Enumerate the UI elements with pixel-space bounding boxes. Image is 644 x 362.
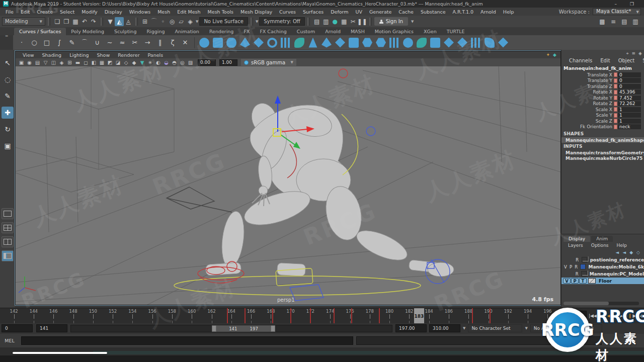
move-tool[interactable]: ✚ [2, 107, 14, 119]
playback-end-field[interactable]: 197.00 [395, 324, 427, 332]
channel-value-field[interactable]: 1 [618, 113, 641, 118]
snap-center-icon[interactable]: ◎ [168, 17, 177, 26]
step-forward-key-icon[interactable]: ▶❙ [625, 310, 631, 322]
animation-end-field[interactable]: 310.00 [429, 324, 460, 332]
viewport-canvas[interactable]: persp1 4.8 fps [16, 66, 560, 305]
fps-dropdown[interactable]: 24 fps [576, 324, 602, 332]
layout-outliner[interactable] [2, 250, 14, 261]
playback-start-field[interactable]: 141 [36, 324, 67, 332]
keyed-channel-indicator[interactable] [614, 96, 617, 100]
layer-row-floor[interactable]: VPTFloor [561, 278, 644, 284]
viewport-menu-show[interactable]: Show [93, 52, 114, 58]
attach-surface-icon[interactable] [471, 38, 481, 48]
layout-two[interactable] [2, 236, 14, 247]
layer-display-type-toggle[interactable]: R [574, 264, 579, 269]
cut-keys-icon[interactable]: ✂ [349, 17, 358, 26]
auto-key-icon[interactable]: ▼ [463, 326, 465, 330]
move-layer-up-icon[interactable]: ◄ [615, 250, 619, 255]
layer-display-type-toggle[interactable]: R [575, 257, 580, 262]
view-transform-dropdown[interactable]: sRGB gamma▼ [241, 59, 296, 66]
snap-viewplane-icon[interactable]: ▱ [177, 17, 186, 26]
range-slider-trough[interactable]: 141 197 [70, 325, 392, 332]
menu-mesh[interactable]: Mesh [154, 9, 174, 15]
loft-icon[interactable] [281, 38, 291, 48]
layer-display-type-toggle[interactable]: T [579, 278, 587, 284]
keyed-channel-indicator[interactable] [614, 107, 617, 112]
gamma-field[interactable]: 1.00 [219, 59, 237, 66]
pin-panel-icon[interactable]: ◆ [553, 52, 556, 57]
paint-select-tool[interactable]: ✎ [2, 90, 14, 102]
nurbs-plane-icon[interactable] [254, 38, 264, 48]
minimize-button[interactable]: – [614, 2, 617, 7]
layer-menu-options[interactable]: Options [588, 243, 612, 248]
layer-row-postioning-reference[interactable]: Rpostioning_reference [561, 256, 644, 263]
shelf-tab-fx[interactable]: FX [238, 28, 255, 35]
menu-a-r-t-1-0[interactable]: A.R.T.1.0 [449, 9, 477, 15]
channel-box-menu-show[interactable]: Show [639, 58, 644, 63]
nurbs-cube-icon[interactable] [213, 38, 223, 48]
pause-icon[interactable]: ❚❚ [358, 17, 367, 26]
shape-node[interactable]: Mannequin:head_fk_animShape [561, 137, 644, 143]
film-gate-icon[interactable]: ▬ [74, 59, 82, 66]
layer-menu-help[interactable]: Help [613, 243, 631, 248]
menu-arnold[interactable]: Arnold [477, 9, 500, 15]
anim-layer-dropdown[interactable]: No Anim Layer [530, 324, 574, 332]
surface-fillet-icon[interactable] [498, 38, 508, 48]
shelf-tab-sculpting[interactable]: Sculpting [109, 28, 141, 35]
layer-tab-anim[interactable]: Anim [591, 236, 613, 242]
nurbs-cone-icon[interactable] [240, 38, 250, 48]
shelf-tab-mash[interactable]: MASH [346, 28, 370, 35]
xray-icon[interactable]: ▨ [187, 59, 194, 66]
ipr-render-icon[interactable]: ● [331, 17, 340, 26]
shelf-tab-xgen[interactable]: XGen [419, 28, 442, 35]
keyed-channel-indicator[interactable] [614, 125, 617, 129]
intersect-icon[interactable] [444, 38, 454, 48]
bookmarks-icon[interactable]: ▽ [42, 59, 49, 66]
layer-from-selected-icon[interactable]: ◇ [636, 250, 640, 255]
nurbs-sphere-icon[interactable] [199, 38, 209, 48]
menu-select[interactable]: Select [56, 9, 78, 15]
menu-help[interactable]: Help [500, 9, 518, 15]
undo-icon[interactable]: ↶ [80, 17, 89, 26]
shelf-tab-custom[interactable]: Custom [292, 28, 320, 35]
channel-box-menu-object[interactable]: Object [615, 58, 638, 63]
lasso-tool[interactable]: ◌ [2, 73, 14, 85]
attribute-editor-icon[interactable]: ≡ [609, 17, 618, 26]
viewport-menu-panels[interactable]: Panels [144, 52, 168, 58]
layer-color-swatch[interactable] [581, 271, 587, 277]
menu-file[interactable]: File [2, 9, 17, 15]
layout-single[interactable] [2, 208, 14, 219]
layer-visible-toggle[interactable]: V [563, 264, 568, 269]
menu-mesh-tools[interactable]: Mesh Tools [204, 9, 237, 15]
trim-icon[interactable] [417, 38, 427, 48]
cv-curve-icon[interactable]: ∫ [54, 37, 65, 48]
select-camera-icon[interactable]: ▣ [18, 59, 25, 66]
image-plane-icon[interactable]: ◫ [50, 59, 57, 66]
stitch-icon[interactable] [389, 38, 399, 48]
save-scene-icon[interactable]: ▦ [71, 17, 80, 26]
animation-start-field[interactable]: 0 [2, 324, 33, 332]
keyed-channel-indicator[interactable] [614, 84, 617, 88]
group-grip[interactable] [251, 18, 253, 26]
layer-visible-toggle[interactable] [563, 271, 568, 277]
planar-icon[interactable] [335, 38, 345, 48]
play-forward-icon[interactable]: ▶ [618, 310, 624, 322]
layer-horizontal-scrollbar[interactable] [564, 302, 639, 305]
range-end-handle[interactable] [271, 325, 275, 332]
menu-generate[interactable]: Generate [366, 9, 395, 15]
channel-value-field[interactable]: 7.452 [618, 96, 641, 101]
channel-value-field[interactable]: 72.262 [618, 101, 641, 106]
lights-icon[interactable]: ✳ [146, 59, 154, 66]
channel-box-menu-edit[interactable]: Edit [597, 58, 613, 63]
range-start-handle[interactable] [212, 325, 216, 332]
layer-tab-display[interactable]: Display [564, 236, 590, 242]
snap-grid-icon[interactable]: ⊞ [140, 17, 149, 26]
channel-value-field[interactable]: neck [618, 124, 641, 129]
live-surface-field[interactable]: No Live Surface [199, 17, 248, 26]
select-tool[interactable]: ↖ [2, 57, 14, 69]
menu-edit-mesh[interactable]: Edit Mesh [174, 9, 204, 15]
shadows-icon[interactable]: ◐ [154, 59, 162, 66]
layer-row-mannequin-pc-model[interactable]: RMannequin:PC_Model [561, 270, 644, 277]
menu-surfaces[interactable]: Surfaces [299, 9, 327, 15]
keyed-channel-indicator[interactable] [614, 72, 617, 77]
